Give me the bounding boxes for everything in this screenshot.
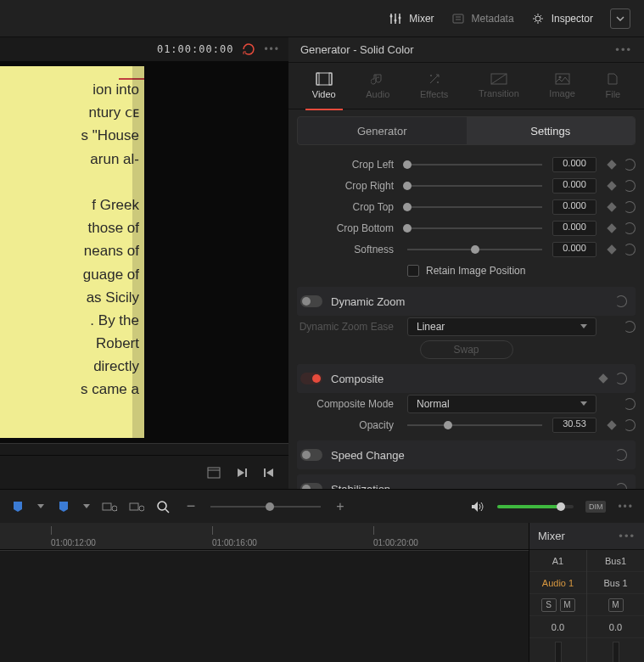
composite-mode-dropdown[interactable]: Normal [407, 395, 596, 413]
zoom-tool-1-icon[interactable] [102, 499, 117, 514]
inspector-tabs: Video Audio Effects Transition Image Fil… [288, 63, 644, 109]
timeline[interactable]: 01:00:12:00 01:00:16:00 01:00:20:00 [0, 523, 529, 662]
zoom-tool-2-icon[interactable] [129, 499, 144, 514]
timeline-menu[interactable]: ••• [618, 501, 634, 513]
composite-section[interactable]: Composite [297, 364, 636, 393]
channel-name[interactable]: Audio 1 [529, 572, 586, 594]
flag-icon[interactable] [56, 499, 71, 514]
crop-bottom-slider[interactable] [407, 227, 542, 229]
loop-icon[interactable] [242, 42, 255, 56]
channel-name[interactable]: Bus 1 [587, 572, 644, 594]
softness-slider[interactable] [407, 249, 542, 250]
keyframe-icon[interactable] [607, 202, 616, 211]
subtab-settings[interactable]: Settings [467, 117, 636, 144]
mixer-menu[interactable]: ••• [619, 530, 636, 542]
chevron-down-icon[interactable] [37, 504, 44, 508]
reset-icon[interactable] [624, 398, 636, 410]
channel-id[interactable]: A1 [529, 550, 586, 572]
dz-ease-dropdown[interactable]: Linear [407, 317, 596, 336]
timeline-ruler[interactable]: 01:00:12:00 01:00:16:00 01:00:20:00 [0, 523, 529, 550]
crop-top-value[interactable]: 0.000 [552, 199, 596, 215]
keyframe-icon[interactable] [607, 420, 616, 429]
tab-transition[interactable]: Transition [472, 70, 526, 102]
composite-mode-label: Composite Mode [297, 398, 397, 410]
timeline-tracks[interactable] [0, 550, 529, 660]
keyframe-icon[interactable] [607, 181, 616, 190]
crop-right-value[interactable]: 0.000 [552, 178, 596, 194]
tab-file[interactable]: File [598, 69, 627, 103]
reset-icon[interactable] [624, 244, 636, 255]
viewer-timecode[interactable]: 01:00:00:00 [157, 43, 233, 55]
dim-button[interactable]: DIM [585, 501, 607, 513]
crop-top-slider[interactable] [407, 206, 542, 208]
next-clip-icon[interactable] [236, 467, 248, 479]
viewer-scrubber[interactable] [0, 443, 288, 455]
mixer-label: Mixer [409, 13, 434, 25]
reset-icon[interactable] [624, 201, 636, 213]
prev-clip-icon[interactable] [263, 467, 275, 479]
keyframe-icon[interactable] [607, 223, 616, 233]
opacity-slider[interactable] [407, 424, 542, 426]
crop-bottom-value[interactable]: 0.000 [552, 221, 596, 236]
keyframe-icon[interactable] [598, 373, 608, 383]
reset-icon[interactable] [624, 180, 636, 192]
composite-toggle[interactable] [300, 373, 322, 384]
audio-icon [371, 72, 384, 86]
volume-slider[interactable] [497, 505, 574, 508]
opacity-value[interactable]: 30.53 [552, 418, 596, 433]
crop-left-slider[interactable] [407, 164, 542, 166]
softness-value[interactable]: 0.000 [552, 242, 596, 257]
zoom-out-icon[interactable]: − [183, 499, 199, 514]
viewer[interactable]: ion into ntury ᴄᴇ s "House arun al- f Gr… [0, 61, 288, 443]
keyframe-icon[interactable] [607, 160, 616, 169]
speed-change-section[interactable]: Speed Change [297, 440, 636, 469]
reset-icon[interactable] [624, 321, 636, 333]
keyframe-icon[interactable] [607, 244, 616, 254]
channel-id[interactable]: Bus1 [587, 550, 644, 572]
reset-icon[interactable] [615, 373, 627, 384]
tab-video[interactable]: Video [305, 69, 343, 103]
reset-icon[interactable] [624, 159, 636, 171]
tab-effects[interactable]: Effects [413, 69, 455, 103]
marker-icon[interactable] [10, 499, 25, 514]
tab-image[interactable]: Image [542, 70, 582, 102]
chevron-down-icon[interactable] [83, 504, 90, 508]
reset-icon[interactable] [624, 222, 636, 234]
speaker-icon[interactable] [470, 499, 485, 514]
solo-button[interactable]: S [541, 598, 557, 612]
mute-button[interactable]: M [608, 598, 624, 612]
zoom-slider[interactable] [210, 506, 321, 508]
dynamic-zoom-section[interactable]: Dynamic Zoom [297, 287, 636, 316]
transition-icon [490, 73, 507, 85]
crop-left-value[interactable]: 0.000 [552, 157, 596, 172]
zoom-in-icon[interactable]: + [333, 499, 348, 514]
file-icon [606, 72, 619, 86]
fullscreen-icon[interactable] [207, 467, 221, 479]
crop-top-label: Crop Top [297, 201, 397, 213]
inspector-toggle[interactable]: Inspector [531, 12, 593, 25]
viewer-menu[interactable]: ••• [264, 43, 280, 55]
reset-icon[interactable] [615, 449, 627, 461]
reset-icon[interactable] [624, 419, 636, 431]
reset-icon[interactable] [615, 295, 627, 307]
inspector-menu[interactable]: ••• [615, 43, 632, 56]
tab-audio[interactable]: Audio [359, 69, 396, 103]
swap-button[interactable]: Swap [420, 340, 513, 359]
speed-change-toggle[interactable] [300, 449, 322, 461]
subtab-generator[interactable]: Generator [298, 117, 467, 144]
level-meter [555, 642, 562, 662]
zoom-tool-3-icon[interactable] [156, 499, 171, 514]
retain-position-checkbox[interactable] [407, 265, 419, 277]
speed-change-title: Speed Change [331, 449, 607, 462]
svg-rect-5 [208, 468, 220, 478]
crop-bottom-row: Crop Bottom 0.000 [297, 217, 636, 238]
mute-button[interactable]: M [560, 598, 575, 612]
crop-right-slider[interactable] [407, 185, 542, 187]
toolbar-dropdown[interactable] [610, 8, 630, 29]
svg-point-19 [139, 506, 144, 511]
chevron-down-icon [580, 401, 587, 406]
metadata-toggle[interactable]: Metadata [451, 12, 514, 25]
dynamic-zoom-toggle[interactable] [300, 295, 322, 307]
retain-position-label: Retain Image Position [426, 265, 525, 277]
mixer-toggle[interactable]: Mixer [389, 12, 434, 25]
